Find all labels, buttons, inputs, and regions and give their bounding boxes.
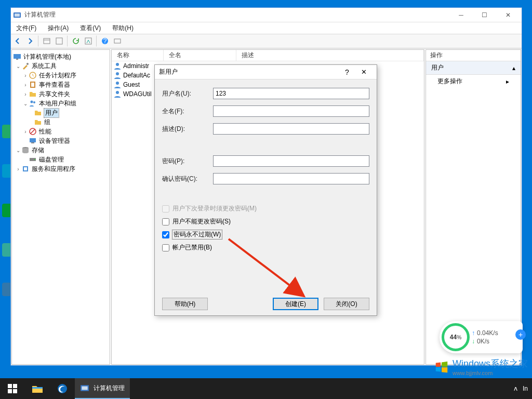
svg-rect-5: [85, 38, 91, 44]
tree-storage[interactable]: 存储: [32, 146, 44, 155]
svg-point-28: [116, 82, 119, 85]
checkbox-cannot-change[interactable]: 用户不能更改密码(S): [162, 217, 369, 226]
computer-icon: [13, 52, 21, 61]
menubar: 文件(F) 操作(A) 查看(V) 帮助(H): [11, 22, 522, 34]
svg-rect-1: [15, 14, 20, 17]
navigation-tree[interactable]: 计算机管理(本地) ⌄系统工具 ›任务计划程序 ›事件查看器 ›共享文件夹 ⌄本…: [12, 50, 110, 364]
actions-group[interactable]: 用户 ▴: [426, 61, 521, 75]
tree-event-viewer[interactable]: 事件查看器: [39, 81, 70, 89]
clock-icon: [29, 71, 37, 79]
checkbox-cannot-change-input[interactable]: [162, 218, 169, 225]
svg-rect-19: [30, 138, 36, 142]
username-input[interactable]: [213, 88, 369, 99]
disk-icon: [29, 155, 37, 164]
description-input[interactable]: [213, 123, 369, 135]
svg-rect-34: [13, 389, 17, 393]
taskbar[interactable]: 计算机管理 ʌ In: [0, 378, 532, 399]
toolbar-btn[interactable]: [41, 35, 52, 47]
dialog-help-button[interactable]: ?: [339, 68, 355, 76]
toolbar: ?: [11, 34, 522, 48]
tree-shared-folders[interactable]: 共享文件夹: [39, 90, 70, 99]
toolbar-btn[interactable]: [112, 35, 123, 47]
tree-services-apps[interactable]: 服务和应用程序: [32, 165, 75, 174]
password-label: 密码(P):: [162, 157, 213, 166]
menu-action[interactable]: 操作(A): [45, 23, 72, 34]
services-icon: [21, 165, 30, 173]
checkbox-never-expire-input[interactable]: [162, 231, 169, 238]
actions-more[interactable]: 更多操作 ▸: [426, 75, 521, 88]
svg-rect-14: [31, 83, 34, 87]
start-button[interactable]: [0, 378, 25, 399]
dialog-close-button[interactable]: ✕: [355, 68, 373, 76]
close-button[interactable]: 关闭(O): [324, 298, 369, 310]
fullname-label: 全名(F):: [162, 107, 213, 116]
help-button[interactable]: ?: [99, 35, 111, 47]
taskbar-active-task[interactable]: 计算机管理: [75, 378, 130, 399]
folder-icon: [34, 118, 42, 126]
actions-header: 操作: [426, 50, 521, 61]
svg-rect-9: [14, 54, 21, 59]
help-button[interactable]: 帮助(H): [162, 298, 208, 310]
checkbox-must-change: 用户下次登录时须更改密码(M): [162, 204, 369, 213]
checkbox-never-expire[interactable]: 密码永不过期(W): [162, 230, 369, 239]
fullname-input[interactable]: [213, 105, 369, 117]
tree-root[interactable]: 计算机管理(本地): [23, 52, 71, 61]
tray-ime-icon[interactable]: In: [523, 385, 528, 392]
taskbar-edge-icon[interactable]: [50, 378, 75, 399]
close-button[interactable]: ✕: [496, 8, 520, 22]
column-fullname[interactable]: 全名: [164, 50, 236, 61]
expander-icon[interactable]: ›: [22, 129, 29, 135]
tree-users[interactable]: 用户: [44, 109, 59, 117]
tree-system-tools[interactable]: 系统工具: [32, 62, 57, 71]
refresh-button[interactable]: [70, 35, 82, 47]
watermark-url: www.bjjmlv.com: [453, 370, 528, 376]
expander-icon[interactable]: ›: [22, 73, 29, 78]
tree-local-users[interactable]: 本地用户和组: [39, 99, 76, 108]
user-icon: [114, 62, 121, 70]
tree-device-manager[interactable]: 设备管理器: [39, 137, 70, 145]
expander-icon[interactable]: ⌄: [15, 148, 21, 153]
create-button[interactable]: 创建(E): [273, 298, 318, 310]
usage-ring: 44%: [442, 323, 470, 351]
expander-icon[interactable]: ›: [22, 82, 29, 88]
password-input[interactable]: [213, 155, 369, 167]
description-label: 描述(D):: [162, 125, 213, 134]
menu-file[interactable]: 文件(F): [13, 23, 39, 34]
tree-task-scheduler[interactable]: 任务计划程序: [39, 71, 76, 80]
toolbar-btn[interactable]: [83, 35, 94, 47]
checkbox-account-disabled-input[interactable]: [162, 244, 169, 251]
titlebar[interactable]: 计算机管理 ─ ☐ ✕: [11, 8, 522, 22]
expand-badge[interactable]: +: [515, 329, 526, 340]
collapse-icon[interactable]: ▴: [512, 64, 515, 72]
confirm-password-input[interactable]: [213, 173, 369, 184]
toolbar-btn[interactable]: [54, 35, 65, 47]
expander-icon[interactable]: ⌄: [15, 63, 21, 69]
taskbar-explorer-icon[interactable]: [25, 378, 50, 399]
svg-rect-33: [8, 389, 12, 393]
expander-icon[interactable]: ⌄: [22, 101, 29, 107]
back-button[interactable]: [12, 35, 23, 47]
system-tray[interactable]: ʌ In: [514, 385, 532, 392]
maximize-button[interactable]: ☐: [473, 8, 496, 22]
upload-speed: 0.04K/s: [477, 329, 498, 337]
expander-icon[interactable]: ›: [22, 91, 29, 97]
column-description[interactable]: 描述: [236, 50, 424, 61]
username-label: 用户名(U):: [162, 89, 213, 98]
forward-button[interactable]: [24, 35, 36, 47]
tray-chevron-icon[interactable]: ʌ: [514, 385, 517, 392]
checkbox-account-disabled[interactable]: 帐户已禁用(B): [162, 243, 369, 252]
tree-groups[interactable]: 组: [44, 118, 50, 127]
menu-view[interactable]: 查看(V): [77, 23, 104, 34]
checkbox-must-change-input: [162, 205, 169, 212]
tree-performance[interactable]: 性能: [39, 127, 51, 136]
column-name[interactable]: 名称: [112, 50, 164, 61]
speed-widget[interactable]: 44% ↑0.04K/s ↓0K/s +: [440, 321, 523, 353]
tree-disk-mgmt[interactable]: 磁盘管理: [39, 155, 64, 164]
expander-icon[interactable]: ›: [15, 166, 21, 172]
menu-help[interactable]: 帮助(H): [109, 23, 137, 34]
upload-icon: ↑: [472, 329, 475, 337]
svg-point-29: [116, 91, 119, 94]
minimize-button[interactable]: ─: [449, 8, 473, 22]
dialog-titlebar[interactable]: 新用户 ? ✕: [155, 65, 377, 79]
download-speed: 0K/s: [477, 338, 489, 345]
